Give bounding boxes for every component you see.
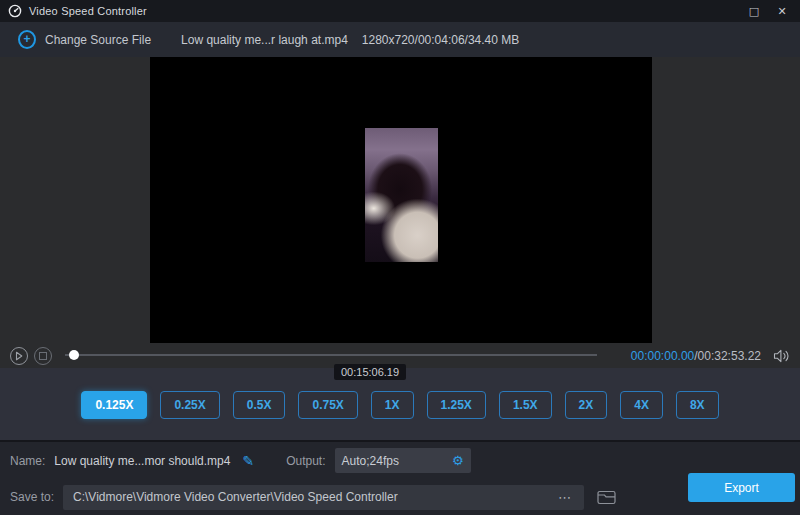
speed-option-025x[interactable]: 0.25X bbox=[160, 391, 219, 419]
current-time: 00:00:00.00 bbox=[631, 349, 694, 363]
close-button[interactable]: ✕ bbox=[774, 3, 790, 19]
output-format-value: Auto;24fps bbox=[342, 454, 452, 468]
maximize-button[interactable]: □ bbox=[746, 3, 762, 19]
browse-ellipsis-button[interactable]: ⋯ bbox=[556, 490, 574, 505]
output-file-name: Low quality me...mor should.mp4 bbox=[54, 454, 230, 468]
save-path-value: C:\Vidmore\Vidmore Video Converter\Video… bbox=[73, 490, 556, 504]
speed-option-125x[interactable]: 1.25X bbox=[427, 391, 486, 419]
change-source-file-button[interactable]: + Change Source File bbox=[0, 30, 169, 49]
seek-track bbox=[65, 354, 597, 356]
speed-option-05x[interactable]: 0.5X bbox=[233, 391, 286, 419]
play-button[interactable] bbox=[10, 347, 28, 365]
source-file-info: 1280x720/00:04:06/34.40 MB bbox=[362, 33, 519, 47]
open-folder-icon bbox=[597, 490, 617, 505]
video-stage bbox=[0, 57, 800, 343]
volume-icon[interactable] bbox=[773, 349, 790, 363]
name-output-row: Name: Low quality me...mor should.mp4 ✎ … bbox=[0, 442, 800, 479]
open-folder-button[interactable] bbox=[597, 490, 617, 505]
plus-icon: + bbox=[18, 30, 36, 49]
video-speed-controller-window: Video Speed Controller □ ✕ + Change Sour… bbox=[0, 0, 800, 515]
time-display: 00:00:00.00/00:32:53.22 bbox=[631, 349, 761, 363]
app-logo-icon bbox=[8, 4, 22, 18]
speed-option-075x[interactable]: 0.75X bbox=[298, 391, 357, 419]
save-to-row: Save to: C:\Vidmore\Vidmore Video Conver… bbox=[0, 479, 800, 515]
speed-option-0125x[interactable]: 0.125X bbox=[81, 391, 147, 419]
export-button[interactable]: Export bbox=[688, 473, 795, 502]
output-settings-gear-icon[interactable]: ⚙ bbox=[452, 453, 464, 468]
window-controls: □ ✕ bbox=[746, 3, 800, 19]
stop-button[interactable] bbox=[34, 347, 52, 365]
output-panel: Name: Low quality me...mor should.mp4 ✎ … bbox=[0, 440, 800, 515]
speed-option-1x[interactable]: 1X bbox=[371, 391, 414, 419]
output-label: Output: bbox=[286, 454, 325, 468]
speed-option-8x[interactable]: 8X bbox=[676, 391, 719, 419]
save-path-input[interactable]: C:\Vidmore\Vidmore Video Converter\Video… bbox=[63, 485, 584, 510]
seek-thumb[interactable] bbox=[69, 350, 79, 360]
titlebar: Video Speed Controller □ ✕ bbox=[0, 0, 800, 22]
speed-option-4x[interactable]: 4X bbox=[620, 391, 663, 419]
window-title: Video Speed Controller bbox=[29, 5, 147, 17]
video-thumbnail bbox=[365, 128, 438, 262]
speed-option-2x[interactable]: 2X bbox=[565, 391, 608, 419]
change-source-label: Change Source File bbox=[45, 33, 151, 47]
source-file-name: Low quality me...r laugh at.mp4 bbox=[181, 33, 348, 47]
stop-icon bbox=[39, 352, 47, 360]
video-preview-frame bbox=[150, 57, 652, 343]
name-label: Name: bbox=[10, 454, 45, 468]
seek-slider[interactable] bbox=[65, 343, 597, 368]
total-time: 00:32:53.22 bbox=[698, 349, 761, 363]
speed-option-15x[interactable]: 1.5X bbox=[499, 391, 552, 419]
seek-time-tooltip: 00:15:06.19 bbox=[334, 364, 406, 380]
edit-name-pencil-icon[interactable]: ✎ bbox=[242, 453, 254, 469]
save-to-label: Save to: bbox=[10, 490, 54, 504]
output-format-field[interactable]: Auto;24fps ⚙ bbox=[335, 448, 471, 473]
header-bar: + Change Source File Low quality me...r … bbox=[0, 22, 800, 57]
